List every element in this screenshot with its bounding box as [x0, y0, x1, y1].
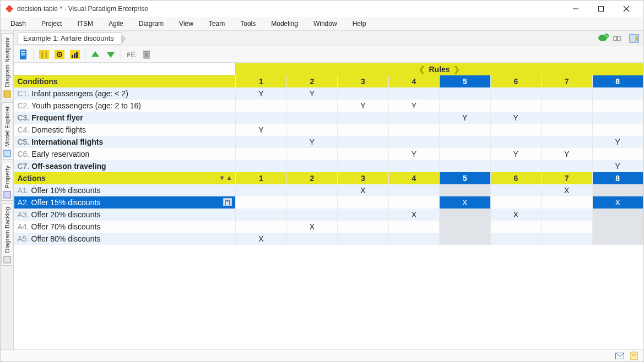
condition-cell[interactable]	[286, 160, 337, 172]
note-icon[interactable]	[629, 352, 639, 360]
condition-cell[interactable]	[542, 87, 592, 100]
condition-cell[interactable]: Y	[286, 87, 337, 100]
action-row-label[interactable]: A4.Offer 70% discounts	[14, 221, 236, 233]
breadcrumb[interactable]: Example 1: Airfare discounts	[17, 32, 122, 45]
rules-header[interactable]: ❮ Rules ❯	[236, 63, 643, 75]
action-cell[interactable]	[388, 184, 439, 196]
action-row-label[interactable]: A2.Offer 15% discounts[*]	[14, 196, 236, 209]
condition-cell[interactable]: Y	[236, 87, 286, 100]
action-cell[interactable]	[440, 209, 490, 221]
action-cell[interactable]: X	[338, 184, 388, 196]
action-cell[interactable]	[388, 221, 439, 233]
action-cell[interactable]	[490, 196, 541, 209]
rule-col-1[interactable]: 1	[236, 172, 286, 184]
action-cell[interactable]	[388, 233, 439, 245]
menu-team[interactable]: Team	[201, 18, 232, 30]
condition-cell[interactable]	[236, 100, 286, 112]
condition-cell[interactable]	[542, 124, 592, 136]
condition-cell[interactable]	[542, 136, 592, 148]
rule-col-5[interactable]: 5	[440, 172, 490, 184]
action-cell[interactable]	[388, 196, 439, 209]
rule-col-8[interactable]: 8	[592, 75, 643, 88]
condition-cell[interactable]	[592, 87, 643, 100]
condition-cell[interactable]: Y	[490, 148, 541, 160]
move-up-icon[interactable]	[89, 48, 102, 61]
conditions-header[interactable]: Conditions	[14, 75, 236, 88]
move-down-icon[interactable]	[104, 48, 117, 61]
chart-icon[interactable]	[68, 48, 82, 61]
condition-cell[interactable]	[542, 100, 592, 112]
condition-cell[interactable]	[592, 148, 643, 160]
condition-cell[interactable]	[286, 148, 337, 160]
rule-col-4[interactable]: 4	[388, 172, 439, 184]
condition-cell[interactable]	[592, 124, 643, 136]
condition-cell[interactable]	[490, 100, 541, 112]
panel-icon[interactable]	[628, 33, 640, 44]
action-cell[interactable]	[542, 221, 592, 233]
condition-cell[interactable]: Y	[592, 136, 643, 148]
condition-cell[interactable]	[388, 124, 439, 136]
rule-col-7[interactable]: 7	[542, 75, 592, 88]
condition-cell[interactable]	[542, 112, 592, 124]
condition-cell[interactable]: Y	[490, 112, 541, 124]
rule-col-4[interactable]: 4	[388, 75, 439, 88]
action-cell[interactable]	[592, 209, 643, 221]
condition-row-label[interactable]: C6.Early reservation	[14, 148, 236, 160]
condition-cell[interactable]	[592, 112, 643, 124]
action-cell[interactable]	[286, 233, 337, 245]
action-cell[interactable]: X	[236, 233, 286, 245]
rule-col-3[interactable]: 3	[338, 172, 388, 184]
menu-help[interactable]: Help	[345, 18, 374, 30]
condition-cell[interactable]	[338, 87, 388, 100]
condition-cell[interactable]	[542, 160, 592, 172]
action-cell[interactable]	[338, 209, 388, 221]
action-cell[interactable]: X	[388, 209, 439, 221]
action-cell[interactable]	[592, 233, 643, 245]
action-cell[interactable]	[236, 209, 286, 221]
condition-cell[interactable]	[592, 100, 643, 112]
rule-col-6[interactable]: 6	[490, 172, 541, 184]
action-cell[interactable]	[236, 184, 286, 196]
action-cell[interactable]	[592, 184, 643, 196]
minimize-button[interactable]	[563, 1, 588, 17]
action-cell[interactable]	[286, 209, 337, 221]
condition-cell[interactable]	[286, 112, 337, 124]
action-cell[interactable]: X	[542, 184, 592, 196]
condition-cell[interactable]: Y	[236, 124, 286, 136]
layout-icon[interactable]	[613, 33, 625, 44]
condition-cell[interactable]	[286, 124, 337, 136]
actions-header[interactable]: Actions▾ ▴	[14, 172, 236, 184]
condition-cell[interactable]	[440, 148, 490, 160]
gear-icon[interactable]	[53, 48, 66, 61]
table-corner-cell[interactable]	[14, 63, 236, 75]
condition-row-label[interactable]: C7.Off-season traveling	[14, 160, 236, 172]
font-icon[interactable]: ꜰE	[125, 48, 138, 61]
condition-cell[interactable]	[440, 124, 490, 136]
menu-diagram[interactable]: Diagram	[131, 18, 171, 30]
side-tab-diagram-navigator[interactable]: Diagram Navigator	[1, 33, 13, 100]
action-cell[interactable]	[592, 221, 643, 233]
action-cell[interactable]	[236, 221, 286, 233]
action-row-label[interactable]: A3.Offer 20% discounts	[14, 209, 236, 221]
condition-cell[interactable]	[440, 87, 490, 100]
rule-col-2[interactable]: 2	[286, 75, 337, 88]
condition-cell[interactable]: Y	[592, 160, 643, 172]
mail-icon[interactable]	[615, 352, 625, 360]
document-icon[interactable]	[17, 48, 30, 61]
condition-cell[interactable]	[338, 136, 388, 148]
action-cell[interactable]: X	[440, 196, 490, 209]
condition-cell[interactable]	[490, 87, 541, 100]
condition-cell[interactable]	[440, 100, 490, 112]
condition-cell[interactable]: Y	[388, 148, 439, 160]
action-cell[interactable]	[542, 209, 592, 221]
action-cell[interactable]	[286, 184, 337, 196]
action-row-label[interactable]: A1.Offer 10% discounts	[14, 184, 236, 196]
condition-cell[interactable]	[440, 136, 490, 148]
condition-cell[interactable]	[338, 148, 388, 160]
side-tab-diagram-backlog[interactable]: Diagram Backlog	[1, 203, 13, 266]
condition-cell[interactable]	[490, 124, 541, 136]
condition-cell[interactable]	[236, 136, 286, 148]
condition-row-label[interactable]: C1.Infant passengers (age: < 2)	[14, 87, 236, 100]
condition-cell[interactable]	[388, 112, 439, 124]
action-cell[interactable]	[286, 196, 337, 209]
